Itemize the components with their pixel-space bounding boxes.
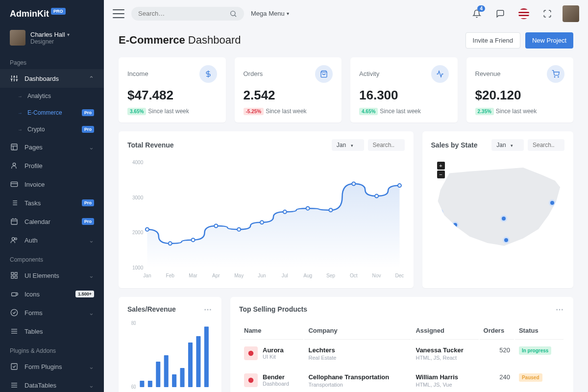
assigned-sub: HTML, JS, React	[416, 355, 474, 361]
check-square-icon	[10, 362, 19, 371]
th-orders: Orders	[480, 322, 514, 340]
more-icon[interactable]: ⋯	[204, 305, 213, 314]
zoom-out-button[interactable]: −	[437, 171, 445, 178]
page-title: E-Commerce Dashboard	[119, 34, 241, 47]
svg-text:1000: 1000	[132, 265, 144, 270]
stat-label: Orders	[244, 70, 263, 77]
svg-point-56	[306, 207, 310, 210]
chevron-down-icon: ▾	[287, 11, 289, 16]
map-marker[interactable]	[437, 209, 443, 216]
svg-point-50	[169, 242, 172, 245]
main: Mega Menu ▾ 4 E-Commerce Dashboard Invit…	[104, 0, 588, 392]
notif-badge: 4	[477, 5, 485, 12]
svg-text:Jun: Jun	[258, 273, 266, 278]
brand-badge: PRO	[51, 8, 66, 15]
nav-datatables[interactable]: DataTables⌄	[0, 376, 104, 392]
nav-pages[interactable]: Pages⌄	[0, 138, 104, 156]
user-role: Designer	[30, 38, 70, 45]
nav-analytics[interactable]: →Analytics	[0, 88, 104, 104]
nav-dashboards[interactable]: Dashboards ⌃	[0, 69, 104, 88]
status-badge: In progress	[519, 346, 551, 355]
check-circle-icon	[10, 308, 19, 317]
map-marker[interactable]	[549, 199, 556, 206]
th-company: Company	[304, 322, 411, 340]
nav-forms[interactable]: Forms⌄	[0, 303, 104, 322]
pro-badge: Pro	[82, 126, 94, 133]
card-search-input[interactable]	[368, 139, 405, 151]
table-row[interactable]: AuroraUI Kit LechtersReal Estate Vanessa…	[240, 341, 564, 367]
assigned-sub: HTML, JS, Vue	[416, 382, 474, 388]
calendar-icon	[10, 217, 19, 226]
company-sub: Transportation	[308, 382, 407, 388]
svg-text:Feb: Feb	[166, 273, 175, 278]
list-icon	[10, 198, 19, 207]
topbar: Mega Menu ▾ 4	[104, 0, 588, 27]
svg-rect-27	[11, 272, 14, 275]
coffee-icon	[10, 290, 19, 298]
nav-profile[interactable]: Profile	[0, 156, 104, 175]
svg-point-43	[231, 11, 235, 16]
revenue-chart: 1000200030004000JanFebMarAprMayJunJulAug…	[127, 158, 405, 280]
search-box[interactable]	[131, 7, 244, 21]
avatar	[10, 30, 25, 46]
svg-point-26	[15, 238, 17, 240]
svg-rect-86	[196, 336, 200, 387]
fullscreen-button[interactable]	[539, 5, 556, 22]
svg-text:Dec: Dec	[395, 273, 404, 278]
credit-card-icon	[10, 180, 19, 189]
brand-name: AdminKit	[10, 9, 49, 19]
chevron-down-icon: ⌄	[89, 237, 94, 244]
map-marker[interactable]	[500, 215, 507, 222]
menu-toggle-button[interactable]	[113, 9, 124, 18]
brand[interactable]: AdminKit PRO	[0, 0, 104, 26]
user-block[interactable]: Charles Hall ▾ Designer	[0, 26, 104, 52]
search-input[interactable]	[138, 10, 229, 17]
chevron-down-icon: ⌄	[89, 144, 94, 151]
notifications-button[interactable]: 4	[468, 5, 485, 22]
nav-crypto[interactable]: →CryptoPro	[0, 121, 104, 138]
nav-tables[interactable]: Tables	[0, 322, 104, 341]
chevron-down-icon: ⌄	[89, 363, 94, 370]
svg-text:Aug: Aug	[303, 273, 312, 278]
month-select[interactable]: Jan ▾	[332, 139, 364, 151]
card-search-input[interactable]	[528, 139, 564, 151]
nav-calendar[interactable]: CalendarPro	[0, 212, 104, 231]
th-status: Status	[515, 322, 564, 340]
assigned-name: William Harris	[416, 373, 474, 381]
pro-badge: Pro	[82, 218, 94, 225]
svg-rect-87	[204, 326, 209, 387]
nav-auth[interactable]: Auth⌄	[0, 231, 104, 249]
map-marker[interactable]	[503, 237, 510, 244]
user-avatar-button[interactable]	[563, 5, 579, 22]
svg-point-32	[11, 309, 17, 316]
messages-button[interactable]	[492, 5, 509, 22]
stat-label: Income	[127, 70, 148, 77]
nav-tasks[interactable]: TasksPro	[0, 194, 104, 212]
nav-icons[interactable]: Icons1.500+	[0, 285, 104, 303]
new-project-button[interactable]: New Project	[525, 32, 573, 49]
month-select[interactable]: Jan ▾	[491, 139, 524, 151]
more-icon[interactable]: ⋯	[556, 305, 564, 314]
nav-form-plugins[interactable]: Form Plugins⌄	[0, 357, 104, 376]
svg-point-47	[554, 76, 555, 77]
svg-point-51	[192, 238, 195, 242]
arrow-icon: →	[18, 127, 23, 132]
stat-value: 16.300	[359, 88, 449, 103]
svg-text:Sep: Sep	[326, 273, 335, 278]
card-title: Sales by State	[431, 141, 478, 149]
map-marker[interactable]	[452, 221, 459, 228]
nav-invoice[interactable]: Invoice	[0, 175, 104, 194]
svg-point-89	[248, 378, 254, 383]
mega-menu-button[interactable]: Mega Menu ▾	[251, 10, 289, 17]
product-name: Aurora	[263, 346, 284, 354]
section-pages: Pages	[0, 52, 104, 69]
language-button[interactable]	[515, 5, 532, 22]
invite-button[interactable]: Invite a Friend	[466, 32, 520, 49]
nav-ecommerce[interactable]: →E-CommercePro	[0, 104, 104, 121]
zoom-in-button[interactable]: +	[437, 162, 445, 170]
orders-value: 520	[480, 341, 514, 367]
svg-point-53	[237, 228, 241, 231]
nav-ui-elements[interactable]: UI Elements⌄	[0, 266, 104, 285]
flag-icon	[518, 8, 529, 19]
table-row[interactable]: BenderDashboard Cellophane Transportatio…	[240, 368, 564, 392]
